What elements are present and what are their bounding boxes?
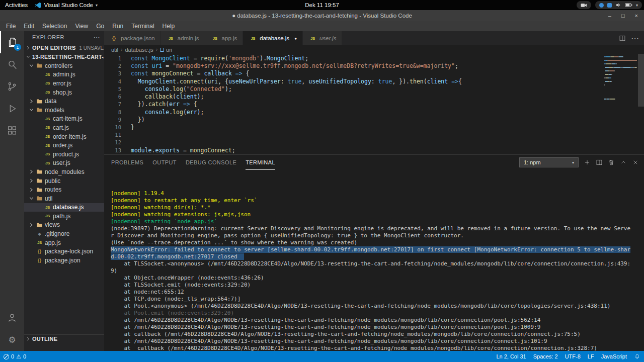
breadcrumb-label: database.js [125,47,153,53]
volume-icon[interactable] [615,2,621,8]
cursor-position[interactable]: Ln 2, Col 31 [493,351,529,362]
tree-item-public[interactable]: public [24,176,104,186]
search-activity-icon[interactable] [0,53,24,75]
window-title: ● database.js - 13-resetting-the-cart-an… [232,13,412,19]
app-indicator2-icon[interactable] [607,3,612,8]
terminal-picker-dropdown[interactable]: 1: npm ▾ [519,157,579,167]
minimize-button[interactable]: – [608,13,611,19]
panel-tab-debug-console[interactable]: DEBUG CONSOLE [186,155,236,170]
menu-go[interactable]: Go [92,23,108,30]
app-menu[interactable]: Visual Studio Code ▾ [35,2,98,9]
language-mode[interactable]: JavaScript [598,351,630,362]
menu-terminal[interactable]: Terminal [127,23,158,30]
tree-item-models[interactable]: models [24,106,104,115]
gnome-top-bar: Activities Visual Studio Code ▾ Dek 11 1… [0,0,644,10]
menu-edit[interactable]: Edit [20,23,38,30]
breadcrumb-item-util[interactable]: util [111,47,118,53]
panel-tab-terminal[interactable]: TERMINAL [246,155,275,170]
tree-item-cart-item.js[interactable]: JScart-item.js [24,115,104,124]
tree-item-data[interactable]: data [24,97,104,106]
tree-item-package-lock.json[interactable]: {}package-lock.json [24,247,104,256]
split-editor-icon[interactable] [619,35,626,42]
panel-tab-problems[interactable]: PROBLEMS [111,155,143,170]
symbol-field-icon [160,48,164,52]
indentation[interactable]: Spaces: 2 [530,351,561,362]
menu-run[interactable]: Run [108,23,127,30]
tree-item-app.js[interactable]: JSapp.js [24,238,104,247]
tree-item-order-item.js[interactable]: JSorder-item.js [24,132,104,141]
new-terminal-icon[interactable] [584,159,591,166]
tree-item-admin.js[interactable]: JSadmin.js [24,70,104,79]
tab-user.js[interactable]: JSuser.js [303,31,342,45]
tree-item-package.json[interactable]: {}package.json [24,256,104,265]
terminal-line: 9) [111,267,644,275]
tab-app.js[interactable]: JSapp.js [205,31,244,45]
extensions-activity-icon[interactable] [0,120,24,142]
panel-header: PROBLEMSOUTPUTDEBUG CONSOLETERMINAL 1: n… [104,155,644,170]
workspace-section[interactable]: 13-RESETTING-THE-CART-AND-F... [24,52,104,61]
terminal[interactable]: [nodemon] 1.19.4[nodemon] to restart at … [104,170,644,351]
maximize-panel-icon[interactable] [620,159,627,166]
breadcrumb-item-database.js[interactable]: database.js [125,47,153,53]
tree-item-product.js[interactable]: JSproduct.js [24,150,104,159]
tree-item-node_modules[interactable]: node_modules [24,167,104,176]
outline-section[interactable]: OUTLINE [24,334,104,343]
tree-item-database.js[interactable]: JSdatabase.js [24,203,104,212]
chevron-right-icon [28,177,35,184]
tree-item-path.js[interactable]: JSpath.js [24,212,104,221]
close-panel-icon[interactable] [632,159,639,166]
code-line: 10} [104,124,644,131]
split-terminal-icon[interactable] [596,159,603,166]
editor[interactable]: 1const MongoClient = require('mongodb').… [104,54,644,154]
terminal-line: MongoNetworkError: failed to connect to … [111,246,644,253]
menu-selection[interactable]: Selection [38,23,71,30]
activities-button[interactable]: Activities [5,2,28,8]
run-debug-activity-icon[interactable] [0,98,24,120]
chevron-right-icon [28,222,35,228]
close-button[interactable]: × [635,13,638,19]
tree-item-cart.js[interactable]: JScart.js [24,123,104,132]
kill-terminal-icon[interactable] [608,159,615,166]
settings-gear-icon[interactable]: ⚙ [0,329,24,351]
minimap[interactable] [604,56,637,102]
tree-item-.gitignore[interactable]: ◆.gitignore [24,229,104,238]
eol[interactable]: LF [584,351,598,362]
tree-item-label: admin.js [53,71,75,78]
tab-database.js[interactable]: JSdatabase.js● [243,31,303,45]
tree-item-order.js[interactable]: JSorder.js [24,141,104,150]
tree-item-util[interactable]: util [24,194,104,203]
problems-indicator[interactable]: 0 ⚠ 0 [0,351,30,362]
breadcrumb-item-uri[interactable]: uri [160,47,172,53]
account-icon[interactable] [0,307,24,329]
tree-item-user.js[interactable]: JSuser.js [24,159,104,168]
modified-dot-icon[interactable]: ● [294,36,297,41]
editor-scrollbar[interactable] [638,54,644,107]
screencast-indicator[interactable] [577,1,591,9]
system-tray[interactable]: ▾ [595,1,642,9]
menu-help[interactable]: Help [158,23,179,30]
tree-item-routes[interactable]: routes [24,185,104,194]
window-titlebar[interactable]: ● database.js - 13-resetting-the-cart-an… [0,10,644,21]
tree-item-shop.js[interactable]: JSshop.js [24,88,104,97]
tree-item-controllers[interactable]: controllers [24,61,104,70]
notifications-bell-icon[interactable] [630,351,644,362]
editor-more-actions-icon[interactable]: ⋯ [631,34,639,43]
error-count: 0 [11,353,14,359]
battery-icon[interactable] [625,3,632,8]
source-control-activity-icon[interactable] [0,75,24,98]
more-actions-icon[interactable]: ⋯ [94,34,101,41]
maximize-button[interactable]: □ [621,13,625,19]
line-number: 7 [104,101,121,108]
tree-item-error.js[interactable]: JSerror.js [24,79,104,88]
workspace-label: 13-RESETTING-THE-CART-AND-F... [32,54,104,60]
tree-item-views[interactable]: views [24,221,104,230]
app-indicator-icon[interactable] [599,3,604,8]
explorer-activity-icon[interactable]: 1 [0,31,24,53]
encoding[interactable]: UTF-8 [561,351,584,362]
tab-admin.js[interactable]: JSadmin.js [161,31,205,45]
tab-package.json[interactable]: {}package.json [104,31,161,45]
menu-file[interactable]: File [2,23,20,30]
panel-tab-output[interactable]: OUTPUT [152,155,177,170]
open-editors-section[interactable]: OPEN EDITORS 1 UNSAVED [24,43,104,52]
menu-view[interactable]: View [71,23,92,30]
